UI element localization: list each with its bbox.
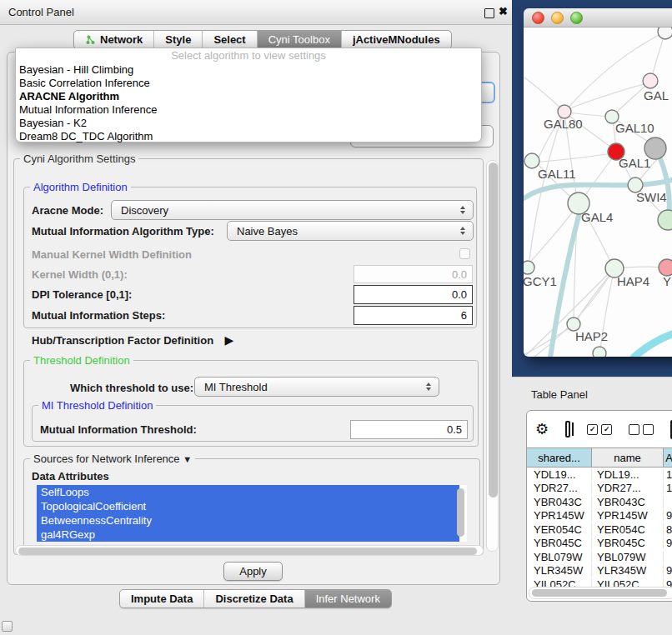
manual-kernel-checkbox[interactable] (459, 248, 470, 259)
attributes-scrollbar-thumb[interactable] (457, 488, 464, 537)
mi-steps-field[interactable]: 6 (354, 306, 473, 325)
kernel-width-field[interactable]: 0.0 (354, 265, 473, 283)
table-row[interactable]: YBR043CYBR043C (527, 495, 672, 509)
algorithm-option[interactable]: ARACNE Algorithm (16, 90, 481, 103)
network-edge (540, 153, 613, 162)
table-cell: YDL19... (592, 468, 664, 481)
table-row[interactable]: YDR27...YDR27...12 (527, 482, 672, 496)
column-header[interactable]: A (664, 448, 672, 467)
table-row[interactable]: YLR345WYLR345W9. (527, 564, 672, 578)
which-threshold-combobox[interactable]: MI Threshold (194, 377, 439, 397)
sources-group-title[interactable]: Sources for Network Inference ▼ (30, 452, 195, 465)
settings-scrollbar-thumb[interactable] (489, 162, 498, 498)
table-row[interactable]: YDL19...YDL19...13 (527, 468, 672, 482)
hub-definition-toggle[interactable]: Hub/Transcription Factor Definition ▶ (32, 332, 233, 348)
tab-jactivemnodules[interactable]: jActiveMNodules (342, 31, 451, 48)
table-row[interactable]: YER054CYER054C8. (527, 522, 672, 537)
tab-cyni-toolbox[interactable]: Cyni Toolbox (258, 31, 342, 48)
settings-hscrollbar-thumb[interactable] (18, 548, 477, 555)
collapse-arrow-icon[interactable]: ▼ (183, 454, 192, 464)
table-hscrollbar-track[interactable] (529, 587, 672, 599)
network-canvas[interactable]: GALGAL80GAL10GAL1GAL11GAL4SWI4GCY1HAP4YH… (524, 28, 672, 357)
gear-icon[interactable]: ⚙ (535, 422, 549, 437)
aracne-mode-combobox[interactable]: Discovery (111, 200, 474, 220)
column-header[interactable]: shared... (527, 448, 592, 467)
zoom-traffic-light-icon[interactable] (570, 12, 583, 24)
which-threshold-value: MI Threshold (195, 381, 268, 393)
tab-discretize-data[interactable]: Discretize Data (204, 590, 304, 608)
network-edge (525, 327, 572, 354)
network-node-gcy1[interactable] (524, 261, 534, 274)
node-label: GAL80 (544, 117, 583, 131)
node-label: GAL11 (538, 167, 576, 181)
data-attributes-label: Data Attributes (32, 470, 109, 482)
node-label: GAL1 (619, 156, 650, 170)
column-header[interactable]: name (592, 448, 664, 467)
apply-button[interactable]: Apply (223, 562, 283, 581)
expand-arrow-icon[interactable]: ▶ (225, 333, 234, 347)
panel-grip[interactable] (2, 621, 13, 632)
aracne-mode-label: Aracne Mode: (32, 204, 103, 217)
table-cell: 12 (664, 482, 672, 494)
attribute-item[interactable]: SelfLoops (37, 485, 459, 499)
algorithm-option[interactable]: Bayesian - K2 (16, 117, 481, 130)
settings-scrollbar-track[interactable] (486, 160, 499, 552)
attribute-item[interactable]: TopologicalCoefficient (37, 499, 459, 513)
table-cell: 13 (664, 468, 672, 481)
unchecked-boxes-icon[interactable] (629, 424, 654, 435)
mi-type-label: Mutual Information Algorithm Type: (32, 225, 214, 238)
tab-impute-data[interactable]: Impute Data (120, 590, 204, 608)
combo-arrows-icon (460, 227, 465, 235)
network-node-y[interactable] (659, 259, 672, 276)
mi-type-combobox[interactable]: Naive Bayes (227, 221, 474, 241)
network-window-titlebar[interactable] (524, 8, 672, 28)
tab-label: Select (213, 33, 245, 46)
minimize-traffic-light-icon[interactable] (551, 12, 564, 24)
settings-hscrollbar-track[interactable] (15, 545, 484, 556)
tab-infer-network[interactable]: Infer Network (305, 590, 391, 608)
aracne-mode-value: Discovery (112, 204, 168, 217)
combo-arrows-icon (426, 382, 431, 391)
table-cell: YDR27... (527, 482, 592, 494)
network-window: GALGAL80GAL10GAL1GAL11GAL4SWI4GCY1HAP4YH… (524, 8, 672, 357)
network-edge (618, 267, 664, 268)
algorithm-option[interactable]: Bayesian - Hill Climbing (16, 63, 481, 77)
network-node[interactable] (593, 347, 606, 357)
columns-icon[interactable] (565, 421, 570, 438)
checked-boxes-icon[interactable]: ✓✓ (587, 424, 612, 435)
table-cell: YBR045C (592, 537, 664, 549)
dpi-tolerance-field[interactable]: 0.0 (354, 285, 473, 304)
close-traffic-light-icon[interactable] (532, 12, 544, 24)
attribute-item[interactable]: gal4RGexp (37, 528, 459, 542)
network-node[interactable] (658, 210, 672, 230)
table-cell: YBR043C (592, 496, 664, 508)
table-cell: YBL079W (592, 551, 664, 563)
table-row[interactable]: YPR145WYPR145W9. (527, 509, 672, 523)
algorithm-option[interactable]: Mutual Information Inference (16, 103, 481, 117)
algorithm-definition-title: Algorithm Definition (30, 181, 131, 193)
float-window-icon[interactable] (484, 8, 494, 18)
table-row[interactable]: YBL079WYBL079W (527, 550, 672, 564)
table-cell: YER054C (527, 523, 592, 536)
attribute-item[interactable]: BetweennessCentrality (37, 513, 459, 528)
table-cell: YPR145W (527, 509, 592, 522)
algorithm-option[interactable]: Basic Correlation Inference (16, 77, 481, 90)
mi-threshold-field[interactable]: 0.5 (350, 420, 468, 439)
dpi-tolerance-label: DPI Tolerance [0,1]: (32, 288, 132, 301)
tab-style[interactable]: Style (154, 31, 203, 48)
table-cell: YBR045C (527, 537, 592, 549)
algorithm-option[interactable]: Dream8 DC_TDC Algorithm (16, 130, 481, 143)
algorithm-popup-prompt: Select algorithm to view settings (16, 48, 481, 63)
network-node-gal[interactable] (643, 73, 658, 88)
tab-network[interactable]: Network (74, 31, 154, 48)
kernel-width-label: Kernel Width (0,1): (32, 268, 128, 281)
network-icon (85, 34, 96, 45)
table-hscrollbar-thumb[interactable] (532, 589, 667, 597)
close-icon[interactable]: ✖ (499, 5, 508, 18)
table-row[interactable]: YBR045CYBR045C9. (527, 537, 672, 551)
tab-select[interactable]: Select (203, 31, 257, 48)
network-node[interactable] (658, 28, 672, 39)
tab-label: Discretize Data (215, 592, 293, 605)
table-toolbar: ⚙ ✓✓ (527, 411, 672, 448)
node-label: GCY1 (524, 274, 557, 288)
